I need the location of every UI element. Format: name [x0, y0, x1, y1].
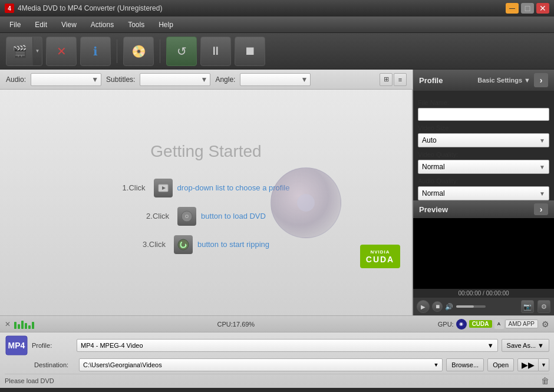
preview-video	[413, 218, 554, 289]
settings-arrow-icon: ▼	[524, 77, 530, 84]
convert-start-button[interactable]: ▶▶	[517, 358, 539, 371]
volume-icon: 🔊	[445, 303, 453, 311]
step-1-icon	[154, 179, 173, 197]
svg-point-5	[178, 239, 189, 250]
video-quality-value: Normal	[422, 163, 445, 171]
menu-file[interactable]: File	[2, 18, 28, 31]
audio-arrow-icon: ▼	[91, 75, 98, 84]
dest-arrow-icon: ▼	[433, 362, 438, 368]
menu-actions[interactable]: Actions	[84, 18, 121, 31]
file-name-label: File Name:	[418, 99, 549, 106]
settings-icon[interactable]: ⚙	[542, 319, 549, 329]
menu-tools[interactable]: Tools	[121, 18, 151, 31]
add-icon: 🎬	[12, 44, 27, 58]
status-row: Please load DVD 🗑	[5, 374, 549, 386]
convert-icon: ↺	[177, 44, 187, 58]
step-1-num: 1.Click	[123, 183, 146, 192]
preview-title: Preview	[419, 205, 448, 214]
save-as-button[interactable]: Save As... ▼	[502, 339, 549, 352]
clear-icon[interactable]: 🗑	[541, 376, 549, 386]
info-icon: ℹ	[93, 44, 98, 58]
svg-text:MP4: MP4	[8, 341, 25, 350]
save-as-arrow-icon: ▼	[537, 342, 544, 349]
view-toggle: ⊞ ≡	[380, 73, 407, 86]
getting-started-title: Getting Started	[150, 142, 261, 161]
preview-time: 00:00:00 / 00:00:00	[413, 289, 554, 298]
video-size-select[interactable]: Auto ▼	[418, 133, 549, 147]
save-as-label: Save As...	[507, 342, 536, 349]
browse-button[interactable]: Browse...	[446, 358, 484, 371]
menu-help[interactable]: Help	[151, 18, 180, 31]
content-area: Getting Started 1.Click drop-down list t…	[0, 90, 413, 315]
disc-inner	[297, 194, 315, 212]
settings-prev-button[interactable]: ⚙	[537, 300, 550, 313]
step-1: 1.Click drop-down list to choose a profi…	[123, 179, 290, 197]
profile-value-select[interactable]: MP4 - MPEG-4 Video ▼	[77, 339, 498, 352]
play-button[interactable]: ▶	[417, 300, 430, 313]
audio-quality-select[interactable]: Normal ▼	[418, 186, 549, 200]
profile-bottom-label: Profile:	[32, 342, 73, 349]
profile-scroll[interactable]: File Name: Video Size: Auto ▼ Video Qual…	[413, 91, 554, 200]
stop-button[interactable]: ⏹	[235, 37, 265, 66]
convert-dropdown-button[interactable]: ▼	[539, 358, 549, 371]
screenshot-button[interactable]: 📷	[521, 300, 534, 313]
volume-slider[interactable]	[456, 305, 486, 308]
video-size-label: Video Size:	[418, 124, 549, 131]
status-close-icon[interactable]: ✕	[5, 320, 11, 328]
toolbar-divider	[117, 39, 117, 63]
destination-value: C:\Users\Georgiana\Videos	[83, 361, 162, 368]
video-quality-select[interactable]: Normal ▼	[418, 160, 549, 174]
profile-fields-area: File Name: Video Size: Auto ▼ Video Qual…	[413, 91, 554, 200]
amd-button[interactable]: AMD APP	[505, 319, 538, 328]
close-button[interactable]: ✕	[536, 3, 549, 14]
step-3-icon	[174, 235, 193, 254]
audio-quality-label: Audio Quality:	[418, 177, 549, 185]
step-2-text: button to load DVD	[201, 212, 266, 220]
svg-point-4	[186, 216, 187, 217]
maximize-button[interactable]: □	[521, 3, 534, 14]
video-size-value: Auto	[422, 136, 437, 144]
browse-label: Browse...	[451, 361, 479, 368]
convert-button[interactable]: ↺	[166, 37, 197, 66]
gpu-area: GPU: ◉ CUDA A AMD APP	[438, 319, 538, 330]
delete-button[interactable]: ✕	[46, 37, 77, 66]
basic-settings-button[interactable]: Basic Settings ▼	[477, 77, 530, 84]
profile-title: Profile	[419, 76, 443, 85]
destination-row: Destination: C:\Users\Georgiana\Videos ▼…	[5, 358, 549, 371]
step-2-num: 2.Click	[146, 212, 169, 220]
stop-prev-button[interactable]: ⏹	[432, 301, 443, 312]
delete-icon: ✕	[57, 44, 67, 58]
pause-button[interactable]: ⏸	[200, 37, 231, 66]
open-button[interactable]: Open	[487, 358, 514, 371]
grid-view-button[interactable]: ⊞	[380, 73, 393, 86]
open-label: Open	[493, 361, 509, 368]
minimize-button[interactable]: ─	[506, 3, 519, 14]
profile-nav-button[interactable]: ›	[534, 73, 548, 87]
gpu-icon: ◉	[456, 319, 467, 330]
cuda-button[interactable]: CUDA	[469, 320, 492, 328]
menu-edit[interactable]: Edit	[28, 18, 54, 31]
profile-icon: MP4	[5, 335, 28, 356]
load-dvd-button[interactable]: 📀	[123, 37, 154, 66]
subtitles-arrow-icon: ▼	[201, 75, 208, 84]
destination-select[interactable]: C:\Users\Georgiana\Videos ▼	[79, 358, 443, 371]
main-area: Audio: ▼ Subtitles: ▼ Angle: ▼ ⊞ ≡	[0, 70, 554, 315]
step-2-icon	[177, 207, 196, 226]
subtitles-select[interactable]: ▼	[140, 73, 210, 86]
file-name-input[interactable]	[418, 108, 549, 121]
angle-select[interactable]: ▼	[240, 73, 311, 86]
list-view-button[interactable]: ≡	[394, 73, 407, 86]
video-quality-label: Video Quality:	[418, 151, 549, 158]
menu-view[interactable]: View	[54, 18, 84, 31]
toolbar-divider2	[160, 39, 160, 63]
audio-select[interactable]: ▼	[31, 73, 101, 86]
volume-control: 🔊	[445, 303, 487, 311]
eq-bar-2	[18, 324, 20, 329]
eq-bar-6	[32, 322, 34, 329]
audio-label: Audio:	[6, 75, 26, 84]
preview-nav-button[interactable]: ›	[534, 203, 548, 215]
add-file-button[interactable]: 🎬 ▼	[6, 37, 42, 66]
preview-controls: ▶ ⏹ 🔊 📷 ⚙	[413, 298, 554, 315]
info-button[interactable]: ℹ	[80, 37, 111, 66]
volume-fill	[456, 305, 474, 308]
